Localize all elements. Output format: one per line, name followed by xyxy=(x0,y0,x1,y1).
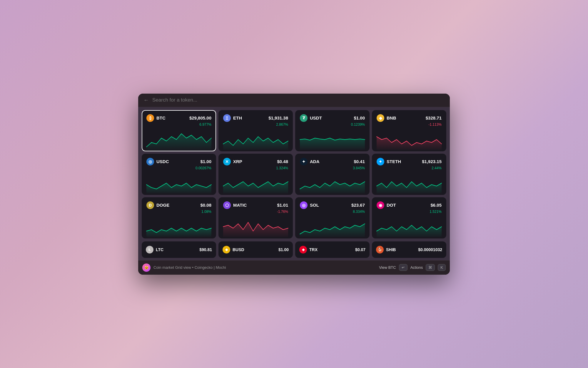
coin-price: $6.05 xyxy=(430,203,442,208)
coin-change: 1.521% xyxy=(377,210,442,214)
bottom-info: Coin market Grid view • Coingecko | Moch… xyxy=(153,265,226,270)
coin-card-matic[interactable]: ⬡ MATIC $1.01 -1.76% xyxy=(218,197,293,238)
coin-card-sol[interactable]: ◎ SOL $23.67 8.334% xyxy=(295,197,370,238)
cmd-key-badge: ⌘ xyxy=(426,264,435,271)
actions-button[interactable]: Actions xyxy=(410,265,423,270)
bottom-bar: 🐱 Coin market Grid view • Coingecko | Mo… xyxy=(138,260,450,275)
coin-left: Ł LTC xyxy=(146,246,163,253)
eth-icon: Ξ xyxy=(223,114,231,122)
coin-name: ETH xyxy=(233,115,242,120)
coin-left: ₿ BTC xyxy=(146,114,166,122)
coin-header: ◎ USDC $1.00 xyxy=(146,158,211,165)
trx-icon: ◆ xyxy=(299,246,307,253)
k-key-badge: K xyxy=(438,264,446,271)
coin-chart xyxy=(300,171,365,192)
coin-header: ✦ ADA $0.41 xyxy=(300,158,365,165)
coin-card-ada[interactable]: ✦ ADA $0.41 3.845% xyxy=(295,154,370,195)
coin-price: $23.67 xyxy=(351,203,365,208)
coin-header: ◉ DOT $6.05 xyxy=(377,201,442,209)
coin-name: SHIB xyxy=(386,247,396,252)
coin-header: ₿ BTC $29,805.00 xyxy=(146,114,211,122)
coin-price: $1,923.15 xyxy=(422,159,442,164)
coin-change: 0.00267% xyxy=(146,166,211,170)
coin-card-partial-trx[interactable]: ◆ TRX $0.07 xyxy=(295,241,370,258)
coin-price: $29,805.00 xyxy=(189,115,211,120)
coin-chart xyxy=(377,171,442,192)
view-btc-button[interactable]: View BTC xyxy=(379,265,396,270)
coin-left: ◆ BNB xyxy=(377,114,396,122)
coin-price: $1.00 xyxy=(200,159,211,164)
bnb-icon: ◆ xyxy=(377,114,384,122)
search-bar: ← xyxy=(138,94,450,107)
coin-change: 8.334% xyxy=(300,210,365,214)
coin-header: Ξ ETH $1,931.38 xyxy=(223,114,288,122)
bottom-left: 🐱 Coin market Grid view • Coingecko | Mo… xyxy=(142,263,226,272)
bottom-right: View BTC ↵ Actions ⌘ K xyxy=(379,264,446,271)
busd-icon: ◆ xyxy=(223,246,230,253)
coin-name: TRX xyxy=(309,247,318,252)
coin-change: -1.76% xyxy=(223,210,288,214)
coin-price: $1.01 xyxy=(277,203,288,208)
coin-chart xyxy=(300,215,365,236)
avatar: 🐱 xyxy=(142,263,151,272)
coin-left: ✦ ADA xyxy=(300,158,320,165)
matic-icon: ⬡ xyxy=(223,201,231,209)
coin-name: USDC xyxy=(156,159,169,164)
coin-left: ◎ SOL xyxy=(300,201,319,209)
coin-price: $90.81 xyxy=(199,247,212,252)
coin-card-partial-shib[interactable]: 🐕 SHIB $0.00001032 xyxy=(372,241,446,258)
coin-left: ◆ BUSD xyxy=(223,246,244,253)
coin-price: $0.00001032 xyxy=(418,247,442,252)
coin-chart xyxy=(223,128,288,148)
coin-change: 2.44% xyxy=(377,166,442,170)
coin-chart xyxy=(223,215,288,236)
coin-change: -1.113% xyxy=(377,122,442,127)
coin-name: STETH xyxy=(387,159,401,164)
coin-card-bnb[interactable]: ◆ BNB $328.71 -1.113% xyxy=(372,110,446,151)
coin-price: $1.00 xyxy=(278,247,289,252)
coin-left: ◆ TRX xyxy=(299,246,318,253)
coin-left: Ξ ETH xyxy=(223,114,242,122)
coin-card-steth[interactable]: ✦ STETH $1,923.15 2.44% xyxy=(372,154,446,195)
coin-change: 2.867% xyxy=(223,122,288,127)
coin-name: BTC xyxy=(156,115,166,120)
coin-chart xyxy=(377,215,442,236)
coin-left: ◎ USDC xyxy=(146,158,169,165)
coin-header: ◆ BNB $328.71 xyxy=(377,114,442,122)
usdc-icon: ◎ xyxy=(146,158,154,165)
coin-price: $328.71 xyxy=(426,115,442,120)
coin-card-doge[interactable]: Ð DOGE $0.08 1.08% xyxy=(142,197,216,238)
coin-header: ⬡ MATIC $1.01 xyxy=(223,201,288,209)
coin-change: 1.324% xyxy=(223,166,288,170)
coin-name: SOL xyxy=(310,203,319,208)
coin-left: ◉ DOT xyxy=(377,201,396,209)
coin-left: ✦ STETH xyxy=(377,158,401,165)
coin-price: $0.08 xyxy=(200,203,211,208)
coin-card-xrp[interactable]: ✕ XRP $0.48 1.324% xyxy=(218,154,293,195)
coin-chart xyxy=(377,128,442,148)
coin-card-dot[interactable]: ◉ DOT $6.05 1.521% xyxy=(372,197,446,238)
coin-card-eth[interactable]: Ξ ETH $1,931.38 2.867% xyxy=(218,110,293,151)
coin-name: ADA xyxy=(310,159,320,164)
coin-change: 0.1239% xyxy=(300,122,365,127)
coin-card-btc[interactable]: ₿ BTC $29,805.00 6.977% xyxy=(142,110,216,151)
enter-key-badge: ↵ xyxy=(399,264,407,271)
usdt-icon: ₮ xyxy=(300,114,308,122)
coin-header: Ð DOGE $0.08 xyxy=(146,201,211,209)
coin-left: Ð DOGE xyxy=(146,201,169,209)
coin-change: 1.08% xyxy=(146,210,211,214)
coin-left: ₮ USDT xyxy=(300,114,322,122)
coin-card-usdc[interactable]: ◎ USDC $1.00 0.00267% xyxy=(142,154,216,195)
coin-price: $0.41 xyxy=(354,159,365,164)
coin-card-partial-busd[interactable]: ◆ BUSD $1.00 xyxy=(218,241,293,258)
coin-name: DOGE xyxy=(156,203,169,208)
coin-header: ₮ USDT $1.00 xyxy=(300,114,365,122)
back-button[interactable]: ← xyxy=(143,97,149,103)
steth-icon: ✦ xyxy=(377,158,384,165)
coin-change: 3.845% xyxy=(300,166,365,170)
search-input[interactable] xyxy=(152,97,445,103)
coin-card-usdt[interactable]: ₮ USDT $1.00 0.1239% xyxy=(295,110,370,151)
coin-card-partial-ltc[interactable]: Ł LTC $90.81 xyxy=(142,241,216,258)
xrp-icon: ✕ xyxy=(223,158,231,165)
coin-chart xyxy=(146,171,211,192)
